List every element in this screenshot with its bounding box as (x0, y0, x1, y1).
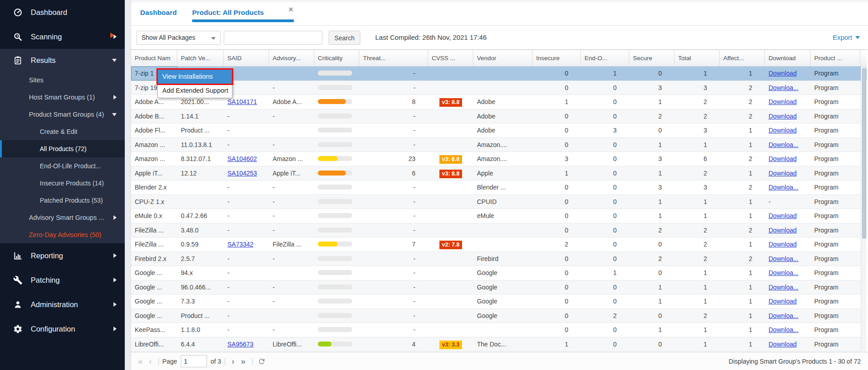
scrollbar-thumb[interactable] (862, 68, 866, 239)
sidebar-item-host-smart-groups-1[interactable]: Host Smart Groups (1) (0, 89, 125, 106)
sidebar-item-patching[interactable]: Patching (0, 268, 125, 292)
sidebar-item-all-products-72[interactable]: All Products (72) (0, 140, 125, 157)
table-row[interactable]: FileZilla ...3.48.0---00222DownloadProgr… (131, 223, 867, 238)
sidebar-item-sites[interactable]: Sites (0, 71, 125, 89)
column-header-total[interactable]: Total (675, 50, 720, 66)
first-page-button[interactable]: « (135, 357, 146, 365)
column-header-vendor[interactable]: Vendor (473, 50, 533, 66)
said-link[interactable]: SA104253 (227, 170, 257, 177)
table-row[interactable]: Amazon ...11.0.13.8.1---Amazon....00111D… (131, 138, 867, 152)
table-row[interactable]: LibreOffi...6.4.4SA95673LibreOffi...4v3:… (131, 337, 867, 352)
sidebar-item-product-smart-groups-4[interactable]: Product Smart Groups (4) (0, 106, 125, 123)
said-link[interactable]: SA104171 (227, 98, 257, 105)
sidebar-item-results[interactable]: Results (0, 49, 125, 71)
menu-item-view-installations[interactable]: View Installations (158, 70, 232, 84)
download-link[interactable]: Download (769, 70, 797, 77)
column-header-insecure[interactable]: Insecure (533, 50, 581, 66)
download-link[interactable]: Downloa... (769, 84, 798, 91)
export-button[interactable]: Export (833, 33, 860, 41)
column-header-said[interactable]: SAID (224, 50, 269, 66)
sidebar-collapse-arrow-icon[interactable] (110, 33, 114, 38)
column-header-advisory[interactable]: Advisory... (269, 50, 314, 66)
table-row[interactable]: 7-zip 1-01011DownloadProgram (131, 66, 867, 81)
said-link[interactable]: SA104602 (227, 155, 257, 162)
sidebar-item-dashboard[interactable]: Dashboard (0, 0, 125, 24)
table-row[interactable]: KeePass...1.1.8.0---00111Downloa...Progr… (131, 323, 867, 337)
cell-criticality (314, 138, 359, 152)
table-row[interactable]: CPU-Z 1.x---CPUID00111-Program (131, 195, 867, 209)
table-row[interactable]: Amazon ...8.312.07.1SA104602Amazon ...23… (131, 152, 867, 166)
column-header-secure[interactable]: Secure (629, 50, 675, 66)
last-page-button[interactable]: » (238, 357, 249, 365)
column-header-end-o[interactable]: End-O... (581, 50, 629, 66)
table-row[interactable]: Google ...94.x--Google01011Downloa...Pro… (131, 266, 867, 280)
download-link[interactable]: Download (769, 341, 797, 348)
table-row[interactable]: Google ...Product ...--Google02021Downlo… (131, 309, 867, 323)
package-filter-select[interactable]: Show All Packages (137, 31, 221, 45)
sidebar-item-reporting[interactable]: Reporting (0, 243, 125, 268)
download-link[interactable]: Download (769, 212, 797, 219)
column-header-download[interactable]: Download (765, 50, 811, 66)
sidebar-item-administration[interactable]: Administration (0, 292, 125, 317)
table-row[interactable]: Adobe A...2021.00...SA104171Adobe A...8v… (131, 95, 867, 109)
search-input[interactable] (224, 31, 322, 45)
download-link[interactable]: Download (769, 155, 797, 162)
sidebar-item-create-edit[interactable]: Create & Edit (0, 123, 125, 140)
refresh-icon[interactable] (258, 357, 266, 365)
close-tab-icon[interactable]: × (288, 5, 293, 14)
tab-product-all-products[interactable]: Product: All Products (192, 9, 264, 17)
menu-item-add-extended-support[interactable]: Add Extended Support (158, 84, 232, 98)
column-header-criticality[interactable]: Criticality (314, 50, 359, 66)
search-button[interactable]: Search (329, 31, 360, 45)
column-header-threat[interactable]: Threat... (359, 50, 428, 66)
download-link[interactable]: Download (769, 227, 797, 234)
sidebar-item-insecure-products-14[interactable]: Insecure Products (14) (0, 175, 125, 192)
cell-vendor: Adobe (473, 109, 533, 123)
download-link[interactable]: Downloa... (769, 269, 798, 276)
download-link[interactable]: Download (769, 298, 797, 305)
prev-page-button[interactable]: ‹ (146, 357, 155, 365)
download-link[interactable]: Downloa... (769, 255, 798, 262)
table-row[interactable]: Google ...96.0.466...---Google00111Downl… (131, 280, 867, 295)
column-header-product-nam[interactable]: Product Nam (131, 50, 177, 66)
download-link[interactable]: Downloa... (769, 184, 798, 191)
download-link[interactable]: Download (769, 170, 797, 177)
said-link[interactable]: SA73342 (227, 241, 254, 248)
sidebar-item-zero-day-advisories-50[interactable]: Zero-Day Advisories (50) (0, 226, 125, 243)
table-row[interactable]: Google ...7.3.3---Google00111DownloadPro… (131, 294, 867, 309)
download-link[interactable]: Download (769, 113, 797, 120)
column-header-patch-ve[interactable]: Patch Ve... (177, 50, 224, 66)
download-link[interactable]: Downloa... (769, 284, 798, 291)
next-page-button[interactable]: › (228, 357, 237, 365)
table-row[interactable]: Firebird 2.x2.5.7---Firebird00222Downloa… (131, 252, 867, 266)
sidebar-item-advisory-smart-groups[interactable]: Advisory Smart Groups ... (0, 209, 125, 226)
table-row[interactable]: eMule 0.x0.47.2.66---eMule00111DownloadP… (131, 209, 867, 223)
cell-end_of_life: 0 (581, 252, 629, 266)
said-link[interactable]: SA95673 (227, 341, 254, 348)
tab-dashboard[interactable]: Dashboard (140, 9, 177, 17)
table-row[interactable]: Blender 2.x---Blender ...00332Downloa...… (131, 180, 867, 195)
column-header-affect[interactable]: Affect... (720, 50, 765, 66)
table-row[interactable]: Adobe Fl...Product ...--Adobe03031Downlo… (131, 123, 867, 138)
sidebar-splitter[interactable] (125, 0, 131, 370)
page-number-input[interactable] (181, 355, 207, 367)
column-header-product[interactable]: Product ... (811, 50, 860, 66)
download-link[interactable]: Downloa... (769, 141, 798, 148)
table-row[interactable]: Apple iT...12.12SA104253Apple iT...6v3: … (131, 166, 867, 181)
sidebar-item-configuration[interactable]: Configuration (0, 317, 125, 341)
download-link[interactable]: Downloa... (769, 312, 798, 319)
download-link[interactable]: Download (769, 241, 797, 248)
sidebar-item-patched-products-53[interactable]: Patched Products (53) (0, 192, 125, 209)
cell-download: Downloa... (765, 309, 811, 323)
sidebar-item-end-of-life-product[interactable]: End-Of-Life Product... (0, 157, 125, 175)
sidebar-item-scanning[interactable]: Scanning (0, 24, 125, 49)
vertical-scrollbar[interactable] (861, 66, 866, 351)
table-row[interactable]: FileZilla ...0.9.59SA73342FileZilla ...7… (131, 237, 867, 252)
table-row[interactable]: Adobe B...1.14.1---Adobe00222DownloadPro… (131, 109, 867, 124)
download-link[interactable]: Download (769, 127, 797, 134)
table-row[interactable]: 7-zip 19--00332Downloa...Program (131, 81, 867, 95)
column-header-cvss[interactable]: CVSS ... (428, 50, 473, 66)
cell-criticality (314, 337, 359, 351)
download-link[interactable]: Download (769, 98, 797, 105)
download-link[interactable]: Downloa... (769, 326, 798, 333)
